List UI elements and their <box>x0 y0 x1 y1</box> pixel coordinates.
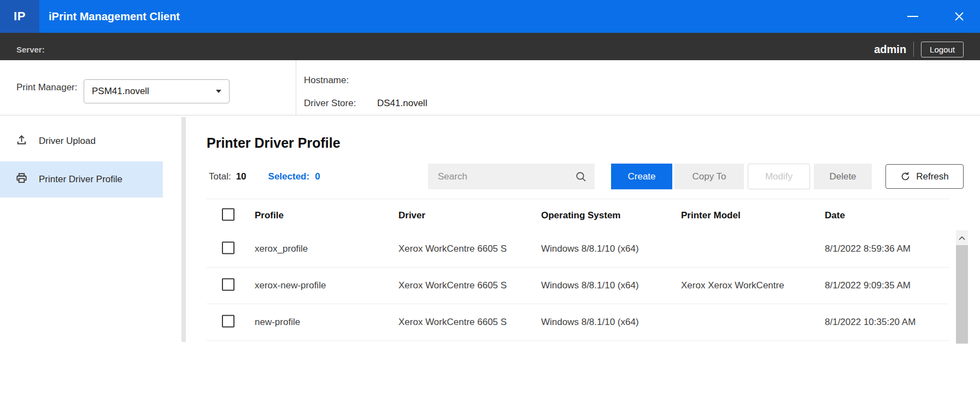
total-value: 10 <box>236 171 247 182</box>
cell-os: Windows 8/8.1/10 (x64) <box>541 304 675 340</box>
selected-label: Selected: <box>268 171 310 182</box>
table-header: ProfileDriverOperating SystemPrinter Mod… <box>207 199 949 231</box>
table-body: xerox_profileXerox WorkCentre 6605 SWind… <box>207 231 949 341</box>
sidebar-item-label: Printer Driver Profile <box>39 174 122 185</box>
column-header-driver: Driver <box>398 199 425 231</box>
cell-driver: Xerox WorkCentre 6605 S <box>398 268 512 304</box>
print-manager-label: Print Manager: <box>16 60 78 115</box>
refresh-button[interactable]: Refresh <box>885 164 964 189</box>
divider <box>913 42 914 57</box>
table-row: new-profileXerox WorkCentre 6605 SWindow… <box>207 304 949 341</box>
sidebar-item-label: Driver Upload <box>39 136 96 147</box>
row-checkbox[interactable] <box>222 242 234 254</box>
upload-icon <box>15 134 28 149</box>
minimize-button[interactable] <box>902 3 924 30</box>
refresh-label: Refresh <box>916 171 949 182</box>
total-label: Total: <box>209 171 231 182</box>
table-row: xerox_profileXerox WorkCentre 6605 SWind… <box>207 231 949 268</box>
select-all-checkbox[interactable] <box>222 208 234 220</box>
driver-store-value: DS41.novell <box>377 98 427 109</box>
cell-model: Xerox Xerox WorkCentre <box>681 268 819 304</box>
copy-to-button[interactable]: Copy To <box>674 164 744 189</box>
cell-os: Windows 8/8.1/10 (x64) <box>541 231 675 267</box>
server-bar: Server: admin Logout <box>0 33 980 60</box>
column-header-profile: Profile <box>255 199 284 231</box>
column-header-operating-system: Operating System <box>541 199 621 231</box>
username: admin <box>874 43 906 56</box>
cell-model <box>681 231 819 267</box>
account-area: admin Logout <box>874 42 964 57</box>
cell-date: 8/1/2022 9:09:35 AM <box>825 268 911 304</box>
print-manager-select[interactable]: PSM41.novell <box>84 79 230 103</box>
column-header-date: Date <box>825 199 845 231</box>
search-input[interactable] <box>437 171 574 183</box>
selected-value: 0 <box>315 171 320 182</box>
print-manager-bar: Print Manager: PSM41.novell Hostname: Dr… <box>0 60 980 115</box>
page-title: Printer Driver Profile <box>207 135 341 151</box>
server-label: Server: <box>16 45 45 54</box>
search-box <box>428 164 595 189</box>
row-checkbox[interactable] <box>222 278 234 291</box>
table-stats: Total: 10 Selected: 0 <box>209 164 320 189</box>
cell-os: Windows 8/8.1/10 (x64) <box>541 268 675 304</box>
cell-profile: new-profile <box>255 304 391 340</box>
delete-button[interactable]: Delete <box>814 164 872 189</box>
refresh-icon <box>900 171 911 182</box>
app-title: iPrint Management Client <box>49 10 180 23</box>
minimize-icon <box>907 16 918 17</box>
hostname-label: Hostname: <box>304 75 377 86</box>
chevron-up-icon <box>958 235 966 241</box>
modify-button[interactable]: Modify <box>748 164 810 189</box>
close-button[interactable] <box>948 3 970 30</box>
content-area: Driver UploadPrinter Driver Profile Prin… <box>0 115 980 344</box>
scroll-up-button[interactable] <box>956 230 968 245</box>
cell-driver: Xerox WorkCentre 6605 S <box>398 231 512 267</box>
cell-profile: xerox-new-profile <box>255 268 391 304</box>
sidebar-item-driver-upload[interactable]: Driver Upload <box>0 123 163 159</box>
sidebar-scrollbar[interactable] <box>181 117 186 342</box>
sidebar: Driver UploadPrinter Driver Profile <box>0 115 163 344</box>
sidebar-item-printer-driver-profile[interactable]: Printer Driver Profile <box>0 161 163 198</box>
search-icon[interactable] <box>574 170 588 183</box>
titlebar: IP iPrint Management Client <box>0 0 980 33</box>
cell-date: 8/1/2022 8:59:36 AM <box>825 231 911 267</box>
print-manager-value: PSM41.novell <box>92 86 149 97</box>
divider <box>296 60 296 115</box>
scrollbar-thumb[interactable] <box>956 245 968 344</box>
column-header-printer-model: Printer Model <box>681 199 741 231</box>
close-icon <box>954 11 965 22</box>
driver-store-label: Driver Store: <box>304 98 377 109</box>
cell-profile: xerox_profile <box>255 231 391 267</box>
app-logo: IP <box>0 0 39 33</box>
host-info: Hostname: Driver Store: DS41.novell <box>304 72 427 118</box>
cell-driver: Xerox WorkCentre 6605 S <box>398 304 512 340</box>
cell-date: 8/1/2022 10:35:20 AM <box>825 304 916 340</box>
cell-model <box>681 304 819 340</box>
create-button[interactable]: Create <box>611 164 672 189</box>
logout-button[interactable]: Logout <box>921 42 964 57</box>
printer-icon <box>15 172 28 187</box>
row-checkbox[interactable] <box>222 315 234 328</box>
table-row: xerox-new-profileXerox WorkCentre 6605 S… <box>207 268 949 304</box>
chevron-down-icon <box>216 90 221 93</box>
